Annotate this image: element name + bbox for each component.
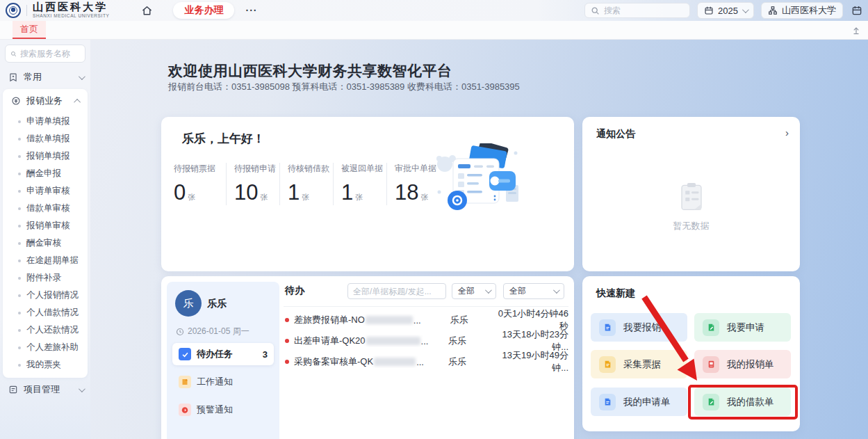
- chevron-down-icon: [79, 385, 85, 392]
- search-icon: [591, 6, 600, 15]
- alert-icon: [179, 404, 191, 416]
- sidebar-item-pay-declare[interactable]: 酬金申报: [3, 165, 88, 182]
- university-name-cn: 山西医科大学: [33, 2, 109, 13]
- tab-todo-tasks[interactable]: 待办任务 3: [172, 343, 274, 365]
- sidebar-item-reimburse-fill[interactable]: 报销单填报: [3, 147, 88, 165]
- sidebar-item-apply-audit[interactable]: 申请单审核: [3, 182, 88, 200]
- chevron-down-icon: [485, 287, 492, 294]
- divider: [26, 5, 27, 16]
- todo-filter-select-1[interactable]: 全部: [452, 283, 496, 299]
- sidebar-item-overdue-docs[interactable]: 在途超期单据: [3, 252, 88, 269]
- service-sidebar: 常用 报销业务 申请单填报 借款单填报 报销单填报 酬金申报 申请单审核 借款单…: [0, 40, 90, 439]
- notice-title: 通知公告: [596, 128, 635, 141]
- todo-filter-input[interactable]: [353, 287, 441, 296]
- tab-alert-notices[interactable]: 预警通知: [172, 399, 274, 421]
- sidebar-group-common[interactable]: 常用: [0, 65, 90, 89]
- todo-filter-input-wrap[interactable]: [347, 283, 446, 299]
- year-value: 2025: [718, 6, 738, 16]
- home-icon[interactable]: [138, 2, 155, 19]
- calendar-icon: [704, 6, 714, 15]
- quick-button-collect-tickets[interactable]: 采集票据: [591, 350, 687, 378]
- greeting-text: 乐乐，上午好！: [182, 131, 265, 147]
- sidebar-item-personal-repay[interactable]: 个人还款情况: [3, 321, 88, 339]
- sidebar-item-reimburse-audit[interactable]: 报销单审核: [3, 217, 88, 234]
- business-icon: [11, 96, 21, 106]
- search-icon: [10, 49, 17, 58]
- page-title: 欢迎使用山西医科大学财务共享数智化平台: [168, 61, 452, 81]
- more-menu-icon[interactable]: ···: [245, 5, 257, 16]
- sidebar-group-label: 报销业务: [26, 95, 63, 107]
- empty-clipboard-icon: [677, 181, 706, 213]
- university-name-en: SHANXI MEDICAL UNIVERSITY: [33, 14, 109, 19]
- sidebar-group-reimbursement[interactable]: 报销业务: [3, 89, 88, 113]
- todo-count-badge: 3: [263, 349, 268, 360]
- sidebar-item-travel-subsidy[interactable]: 个人差旅补助: [3, 339, 88, 356]
- sidebar-item-apply-fill[interactable]: 申请单填报: [3, 113, 88, 130]
- year-selector[interactable]: 2025: [697, 2, 754, 19]
- sidebar-item-loan-audit[interactable]: 借款单审核: [3, 200, 88, 217]
- calendar-button[interactable]: [850, 3, 864, 17]
- quick-button-my-apply-docs[interactable]: 我的申请单: [591, 388, 687, 416]
- sidebar-search[interactable]: [5, 45, 85, 63]
- checkbox-icon: [179, 348, 191, 360]
- ticket-icon: [599, 356, 616, 373]
- sidebar-expanded-panel: 报销业务 申请单填报 借款单填报 报销单填报 酬金申报 申请单审核 借款单审核 …: [3, 89, 88, 378]
- divider: [284, 306, 568, 307]
- sidebar-item-personal-loan[interactable]: 个人借款情况: [3, 304, 88, 321]
- redacted-text: [374, 358, 416, 366]
- sidebar-item-loan-fill[interactable]: 借款单填报: [3, 130, 88, 147]
- chevron-down-icon: [742, 6, 749, 13]
- sidebar-group-project[interactable]: 项目管理: [0, 378, 90, 401]
- university-logo: 山西医科大学 SHANXI MEDICAL UNIVERSITY: [0, 2, 109, 19]
- chevron-up-icon: [74, 98, 81, 105]
- stat-pending-loan[interactable]: 待核销借款 1张: [279, 163, 333, 205]
- quick-button-my-reimburse-docs[interactable]: 我的报销单: [694, 350, 791, 378]
- tab-work-notices[interactable]: 工作通知: [172, 371, 274, 393]
- work-notice-icon: [179, 376, 191, 388]
- documents-illustration: [434, 143, 524, 216]
- avatar[interactable]: 乐: [175, 290, 202, 317]
- date-row: 2026-01-05 周一: [176, 326, 249, 337]
- org-value: 山西医科大学: [782, 4, 836, 17]
- collapse-up-icon[interactable]: [851, 21, 861, 39]
- todo-list-item[interactable]: 出差申请单-QK20... 乐乐 13天18小时23分钟...: [285, 332, 568, 350]
- page-tabbar: 首页: [0, 21, 868, 40]
- notice-empty-state: 暂无数据: [582, 181, 800, 232]
- org-icon: [768, 6, 778, 15]
- stat-returned-docs[interactable]: 被退回单据 1张: [333, 163, 386, 205]
- stat-in-approval[interactable]: 审批中单据 18张: [386, 163, 440, 205]
- clock-icon: [176, 328, 184, 336]
- todo-list-item[interactable]: 采购备案审核单-QK... 乐乐 13天19小时49分钟...: [285, 353, 568, 371]
- sidebar-search-input[interactable]: [20, 49, 80, 58]
- sidebar-item-pay-audit[interactable]: 酬金审核: [3, 234, 88, 252]
- org-selector[interactable]: 山西医科大学: [761, 2, 843, 19]
- notice-card: 通知公告 › 暂无数据: [582, 117, 800, 271]
- todo-list-item[interactable]: 差旅费报销单-NO... 乐乐 0天1小时4分钟46秒: [285, 311, 568, 329]
- quick-button-my-loan-docs[interactable]: 我的借款单: [694, 388, 791, 416]
- redacted-text: [366, 337, 420, 345]
- todo-card: 乐 乐乐 2026-01-05 周一 待办任务 3 工作通知 预警通知 待办: [161, 276, 574, 439]
- university-logo-icon: [6, 3, 21, 18]
- global-search[interactable]: [584, 3, 690, 18]
- quick-button-apply[interactable]: 我要申请: [694, 313, 791, 342]
- nav-business-tab[interactable]: 业务办理: [173, 2, 234, 19]
- redacted-text: [366, 316, 413, 324]
- chevron-right-icon[interactable]: ›: [785, 127, 789, 138]
- todo-header: 待办: [285, 285, 304, 297]
- sidebar-item-attachment[interactable]: 附件补录: [3, 269, 88, 287]
- doc-pencil-icon: [703, 319, 719, 336]
- quick-button-reimburse[interactable]: 我要报销: [591, 313, 687, 342]
- tab-home[interactable]: 首页: [13, 21, 46, 39]
- stat-pending-apply[interactable]: 待报销申请 10张: [226, 163, 279, 205]
- calendar-icon: [851, 5, 862, 16]
- todo-filter-select-2[interactable]: 全部: [503, 283, 564, 299]
- sidebar-item-my-tickets[interactable]: 我的票夹: [3, 356, 88, 374]
- sidebar-group-label: 项目管理: [24, 383, 60, 396]
- quick-create-card: 快速新建 我要报销 我要申请 采集票据 我的报销单 我的申请单 我的借款单: [582, 276, 800, 431]
- greeting-stats-card: 乐乐，上午好！ 待报销票据 0张 待报销申请 10张 待核销借款 1张 被退回单…: [161, 117, 574, 271]
- global-search-input[interactable]: [604, 6, 680, 15]
- doc-pencil-icon: [703, 394, 719, 410]
- sidebar-item-personal-reimburse[interactable]: 个人报销情况: [3, 287, 88, 304]
- stat-pending-tickets[interactable]: 待报销票据 0张: [172, 163, 226, 205]
- university-name: 山西医科大学 SHANXI MEDICAL UNIVERSITY: [33, 2, 109, 19]
